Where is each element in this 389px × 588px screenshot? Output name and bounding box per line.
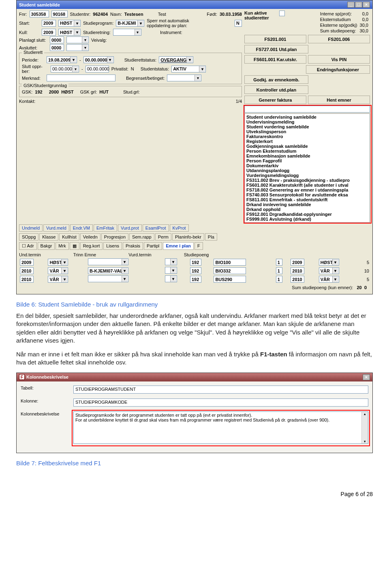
cell[interactable]: VÅR	[319, 276, 339, 283]
tab[interactable]: Planinfo-bekr	[172, 233, 204, 241]
cell[interactable]: 2010	[20, 276, 34, 283]
action-button[interactable]: Kontroller utd.plan	[244, 85, 308, 94]
periode-label: Periode:	[22, 58, 44, 62]
studstatus-field[interactable]: AKTIV	[171, 66, 206, 72]
cell[interactable]: 192	[190, 259, 201, 266]
cell[interactable]	[165, 258, 177, 265]
cell[interactable]	[88, 258, 128, 265]
cell[interactable]: BUS290	[214, 276, 246, 283]
action-button[interactable]: FS727.001 Utd.plan	[244, 45, 308, 53]
tab[interactable]: Mrk	[56, 242, 68, 250]
cell[interactable]: BIO100	[214, 259, 246, 266]
cell[interactable]	[165, 275, 177, 282]
fnr-label: Fnr:	[19, 12, 27, 17]
close-icon[interactable]: ×	[363, 2, 370, 8]
action-button[interactable]: Hent emner	[308, 96, 370, 104]
start-sem[interactable]: HØST	[58, 20, 81, 27]
action-button[interactable]: FS201.006	[308, 35, 370, 43]
slutt-to[interactable]: 00.00.0000	[85, 66, 109, 72]
cell[interactable]: 2009	[20, 259, 34, 266]
tab[interactable]: Klasse	[39, 233, 58, 241]
periode-to[interactable]: 00.00.0000	[83, 56, 114, 63]
action-button[interactable]: Vis PIN	[308, 55, 370, 64]
cell[interactable]: VÅR	[48, 276, 68, 283]
kull-sem[interactable]: HØST	[58, 29, 81, 36]
cell[interactable]: B-KJEMI07-VAL	[88, 267, 128, 274]
planlagt-sem[interactable]	[66, 36, 89, 43]
kontakt-label: Kontakt:	[19, 99, 35, 104]
para-1: En del bilder, spesielt samlebilder, har…	[16, 312, 373, 345]
avsluttet-sem[interactable]	[66, 44, 89, 51]
tabs-row-1: UndmeldVurd.meldEndr.VMEmFritakVurd.prot…	[19, 224, 370, 232]
begr-field[interactable]	[167, 75, 201, 81]
cell[interactable]: 192	[190, 267, 201, 274]
gsk-year: 2000	[49, 89, 59, 94]
studprog-field[interactable]: B-KJEMI	[116, 20, 144, 27]
action-button[interactable]: FS201.001	[244, 35, 306, 43]
dialog-close-icon[interactable]: ×	[363, 374, 370, 380]
action-button[interactable]: FS601.001 Kar.utskr.	[244, 55, 306, 64]
cell[interactable]: 2010	[20, 267, 34, 274]
tab[interactable]: EsamlProt	[143, 224, 169, 232]
studieretn-field[interactable]	[113, 29, 141, 36]
cell[interactable]: 1	[276, 276, 282, 283]
sperr-field[interactable]: N	[235, 20, 242, 27]
tab[interactable]: Bakgr	[38, 242, 55, 250]
tab[interactable]: Progresjon	[101, 233, 128, 241]
tab[interactable]: Perm	[155, 233, 171, 241]
tab[interactable]: EmFritak	[94, 224, 117, 232]
tab[interactable]: Vurd.meld	[43, 224, 69, 232]
tab[interactable]: Reg.kort	[80, 242, 103, 250]
action-button[interactable]: Godkj. av emnekomb.	[244, 75, 308, 84]
tab[interactable]: Sem.rapp	[129, 233, 154, 241]
start-year[interactable]: 2009	[42, 20, 56, 27]
planlagt-field[interactable]: 0000	[50, 36, 64, 43]
srstatus-field[interactable]: OVERGANG	[159, 56, 193, 63]
planlagt-label: Planlagt slutt:	[19, 38, 47, 43]
tab[interactable]: Praksis	[123, 242, 143, 250]
tab[interactable]: Partipl	[144, 242, 162, 250]
hdr-trinnemne: Trinn Emne	[73, 252, 96, 257]
tab[interactable]: Lisens	[103, 242, 122, 250]
tab[interactable]: KvProt	[170, 224, 189, 232]
cell[interactable]	[165, 267, 177, 274]
tab[interactable]: ☐ Adr	[19, 242, 37, 250]
cell[interactable]: BIO332	[214, 267, 246, 274]
merknad-label: Merknad:	[22, 76, 44, 81]
kull-year[interactable]: 2009	[42, 29, 56, 36]
minimize-icon[interactable]: _	[347, 2, 355, 8]
tab[interactable]: Vurd.prot	[118, 224, 142, 232]
cell[interactable]: HØST	[319, 259, 339, 266]
tab[interactable]: ▩	[70, 242, 79, 250]
cell[interactable]: 2009	[291, 259, 304, 266]
fnr2-field[interactable]: 90168	[51, 11, 68, 17]
kolonne-field[interactable]: STUDIEPROGRAMKODE	[73, 398, 368, 407]
tab[interactable]: Undmeld	[19, 224, 43, 232]
cell[interactable]	[88, 275, 128, 282]
merknad-field[interactable]	[47, 75, 115, 81]
tab[interactable]: Emne i plan	[163, 242, 194, 250]
slutt-from[interactable]: 00.00.0000	[51, 66, 79, 72]
action-button[interactable]: Endringsfunksjoner	[306, 65, 370, 74]
tab[interactable]: Endr.VM	[70, 224, 93, 232]
action-button[interactable]: Generer faktura	[244, 96, 306, 104]
tabell-field[interactable]: STUDIEPROGRAMSTUDENT	[73, 386, 368, 394]
tab[interactable]: Veiledn	[80, 233, 100, 241]
tab[interactable]: SOppg	[19, 233, 38, 241]
cell[interactable]: 2010	[291, 267, 304, 274]
kun-aktive-check[interactable]	[279, 11, 285, 16]
maximize-icon[interactable]: □	[355, 2, 362, 8]
cell[interactable]: 2010	[291, 276, 304, 283]
cell[interactable]: 1	[276, 259, 282, 266]
tab[interactable]: F	[194, 242, 203, 250]
periode-from[interactable]: 19.08.2009	[47, 56, 77, 63]
cell[interactable]: VÅR	[48, 267, 68, 274]
tab[interactable]: Pla	[205, 233, 217, 241]
fnr1-field[interactable]: 305358	[30, 11, 49, 17]
cell[interactable]: 192	[190, 276, 201, 283]
cell[interactable]: HØST	[48, 259, 68, 266]
cell[interactable]: VÅR	[319, 267, 339, 274]
avsluttet-field[interactable]: 0000	[50, 44, 64, 51]
cell[interactable]: 1	[276, 267, 282, 274]
tab[interactable]: Kullhist	[59, 233, 79, 241]
